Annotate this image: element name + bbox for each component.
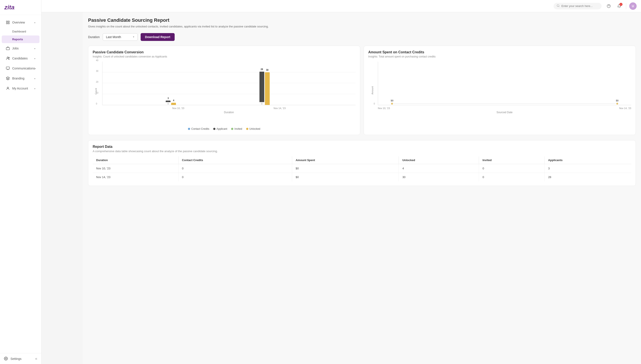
- svg-point-6: [9, 57, 10, 58]
- notifications-button[interactable]: 2: [615, 2, 623, 10]
- legend-dot-applicant: [213, 128, 216, 130]
- bar-applicant-1: 3 0: [166, 100, 170, 105]
- table-cell: 0: [479, 164, 545, 173]
- main-content: Passive Candidate Sourcing Report Gives …: [83, 12, 641, 364]
- collapse-icon[interactable]: «: [35, 356, 37, 361]
- sidebar-sub-label: Dashboard: [12, 30, 26, 33]
- table-cell: 30: [399, 173, 479, 181]
- table-row: Nov 10, '230$0403: [93, 164, 631, 173]
- table-cell: $0: [292, 173, 398, 181]
- legend-contact-credits: Contact Credits: [188, 127, 209, 130]
- duration-row: Duration Last Month ▾ Download Report: [88, 33, 636, 41]
- right-x-label-1: Nov 10, '23: [378, 107, 390, 110]
- sidebar-item-communications[interactable]: Communications ▸: [2, 64, 40, 73]
- sidebar-nav: Overview ▸ Dashboard Reports Jobs ▸ Cand…: [0, 15, 41, 353]
- bar-unlocked-1: 4: [171, 103, 176, 105]
- right-chart-title: Amount Spent on Contact Credits: [368, 50, 631, 54]
- svg-rect-0: [6, 21, 8, 22]
- legend-label-invited: Invited: [234, 127, 242, 130]
- sidebar-item-candidates[interactable]: Candidates ▸: [2, 54, 40, 63]
- amount-point-2: $0: [616, 99, 618, 104]
- right-chart-card: Amount Spent on Contact Credits Insights…: [364, 46, 636, 135]
- report-title: Report Data: [93, 145, 631, 149]
- chevron-icon: ▸: [35, 21, 36, 24]
- table-cell: 0: [178, 173, 292, 181]
- duration-value: Last Month: [106, 35, 121, 39]
- sidebar-item-label: Overview: [12, 21, 25, 24]
- candidates-icon: [6, 56, 10, 60]
- notification-badge: 2: [619, 3, 622, 6]
- legend-applicant: Applicant: [213, 127, 227, 130]
- col-header-duration: Duration: [93, 156, 178, 164]
- sidebar-item-label: Jobs: [12, 46, 19, 50]
- table-cell: 28: [544, 173, 631, 181]
- header-actions: 2 U: [605, 2, 637, 10]
- my-account-icon: [6, 86, 10, 90]
- sidebar-item-my-account[interactable]: My Account ▸: [2, 84, 40, 93]
- svg-point-10: [557, 4, 559, 6]
- help-button[interactable]: [605, 2, 612, 10]
- chart-legend: Contact Credits Applicant Invited Unlock…: [93, 127, 356, 130]
- user-avatar[interactable]: U: [629, 2, 637, 10]
- right-x-labels: Nov 10, '23 Nov 14, '23: [378, 107, 631, 110]
- bar-unlocked-2: 30: [265, 72, 270, 105]
- chevron-icon: ▸: [35, 47, 36, 50]
- sidebar-item-label: Communications: [12, 66, 35, 70]
- svg-rect-4: [6, 48, 10, 50]
- sidebar-item-label: My Account: [12, 87, 28, 90]
- chevron-icon: ▸: [35, 57, 36, 60]
- sidebar-item-overview[interactable]: Overview ▸: [2, 18, 40, 27]
- legend-dot-contact: [188, 128, 190, 130]
- legend-invited: Invited: [231, 127, 242, 130]
- sidebar-settings[interactable]: Settings «: [0, 353, 41, 364]
- duration-select[interactable]: Last Month ▾: [103, 33, 138, 41]
- search-input[interactable]: [561, 4, 598, 8]
- col-header-contact-credits: Contact Credits: [178, 156, 292, 164]
- sidebar-item-label: Branding: [12, 77, 25, 80]
- duration-label: Duration: [88, 35, 100, 39]
- page-subtitle: Gives insights on the count about the un…: [88, 24, 636, 29]
- table-cell: 0: [479, 173, 545, 181]
- table-cell: 0: [178, 164, 292, 173]
- chevron-icon: ▸: [35, 67, 36, 70]
- svg-rect-7: [6, 67, 10, 69]
- search-bar[interactable]: [554, 3, 601, 9]
- svg-line-11: [559, 6, 559, 7]
- settings-icon: [4, 356, 8, 361]
- col-header-invited: Invited: [479, 156, 545, 164]
- communications-icon: [6, 66, 10, 70]
- col-header-amount-spent: Amount Spent: [292, 156, 398, 164]
- settings-label: Settings: [11, 357, 22, 360]
- sidebar-item-dashboard[interactable]: Dashboard: [2, 28, 40, 35]
- svg-rect-1: [8, 21, 9, 22]
- table-header-row: Duration Contact Credits Amount Spent Un…: [93, 156, 631, 164]
- bar-group-2: 28 0 30: [260, 72, 270, 105]
- sidebar-item-branding[interactable]: Branding ▸: [2, 74, 40, 83]
- legend-dot-invited: [231, 128, 233, 130]
- x-label-1: Nov 10, '23: [172, 107, 184, 110]
- legend-label-unlocked: Unlocked: [250, 127, 260, 130]
- legend-dot-unlocked: [246, 128, 248, 130]
- header-divider: [626, 3, 626, 9]
- sidebar-item-reports[interactable]: Reports: [2, 36, 40, 43]
- svg-point-5: [7, 57, 8, 58]
- trend-line: [391, 104, 618, 104]
- svg-rect-3: [8, 23, 9, 24]
- app-logo: zita: [0, 0, 41, 15]
- jobs-icon: [6, 46, 10, 50]
- right-x-label-2: Nov 14, '23: [619, 107, 631, 110]
- col-header-unlocked: Unlocked: [399, 156, 479, 164]
- bar-applicant-2: 28 0: [260, 72, 264, 105]
- left-chart-subtitle: Insights: Count of unlocked candidates c…: [93, 55, 356, 58]
- x-label-2: Nov 14, '23: [274, 107, 286, 110]
- download-report-button[interactable]: Download Report: [141, 33, 175, 41]
- left-x-axis-title: Duration: [102, 111, 356, 114]
- sidebar-item-jobs[interactable]: Jobs ▸: [2, 44, 40, 53]
- page-header: Passive Candidate Sourcing Report Gives …: [88, 18, 636, 29]
- right-x-axis-title: Sourced Date: [378, 111, 631, 114]
- chevron-icon: ▸: [35, 77, 36, 80]
- table-cell: 4: [399, 164, 479, 173]
- sidebar: zita Overview ▸ Dashboard Reports Jobs ▸: [0, 0, 42, 364]
- right-chart-subtitle: Insights: Total amount spent on purchasi…: [368, 55, 631, 58]
- right-y-axis-title: Amount: [371, 86, 374, 94]
